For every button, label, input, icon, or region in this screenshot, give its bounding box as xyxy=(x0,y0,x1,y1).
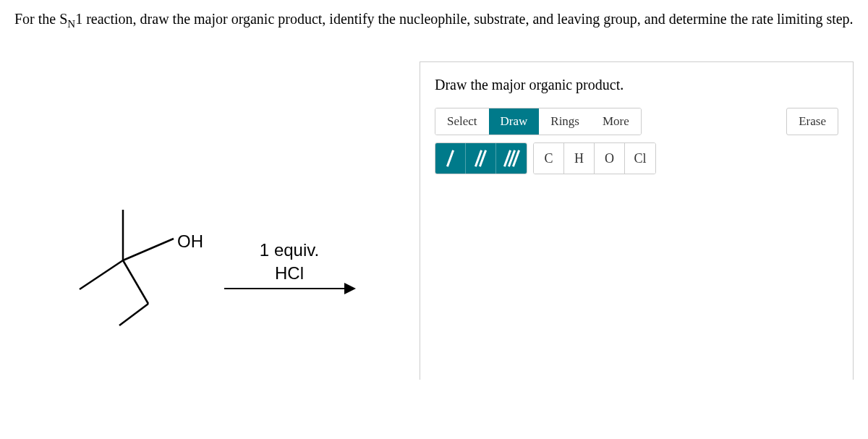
reaction-panel: OH 1 equiv. HCl xyxy=(14,61,391,380)
mode-group: Select Draw Rings More xyxy=(435,108,642,135)
erase-button[interactable]: Erase xyxy=(786,108,838,135)
more-button[interactable]: More xyxy=(591,108,641,135)
hydroxyl-label: OH xyxy=(177,231,203,252)
svg-line-2 xyxy=(80,260,123,289)
question-rest: 1 reaction, draw the major organic produ… xyxy=(75,11,853,27)
triple-bond-icon xyxy=(506,150,517,167)
panel-title: Draw the major organic product. xyxy=(435,77,838,93)
reagent-formula: HCl xyxy=(260,262,319,284)
reagent-text: 1 equiv. HCl xyxy=(260,239,319,284)
hydrogen-button[interactable]: H xyxy=(564,143,595,174)
rings-button[interactable]: Rings xyxy=(539,108,591,135)
question-subscript: N xyxy=(67,18,75,30)
double-bond-button[interactable] xyxy=(466,143,496,174)
triple-bond-button[interactable] xyxy=(496,143,527,174)
chlorine-button[interactable]: Cl xyxy=(625,143,655,174)
draw-button[interactable]: Draw xyxy=(489,108,540,135)
content-area: OH 1 equiv. HCl Draw the major organic p… xyxy=(14,61,854,380)
question-prefix: For the S xyxy=(14,11,67,27)
oxygen-button[interactable]: O xyxy=(595,143,625,174)
substrate-molecule: OH xyxy=(51,199,210,329)
drawing-panel: Draw the major organic product. Select D… xyxy=(420,61,854,380)
double-bond-icon xyxy=(477,150,484,167)
carbon-button[interactable]: C xyxy=(534,143,564,174)
svg-line-1 xyxy=(123,239,174,260)
reaction-arrow-group: 1 equiv. HCl xyxy=(224,239,354,289)
molecule-structure xyxy=(51,199,210,329)
atom-group: C H O Cl xyxy=(533,142,656,174)
main-toolbar: Select Draw Rings More Erase xyxy=(435,108,838,135)
reagent-equiv: 1 equiv. xyxy=(260,239,319,261)
single-bond-icon xyxy=(449,150,451,167)
reaction-arrow xyxy=(224,288,354,289)
secondary-toolbar: C H O Cl xyxy=(435,142,838,174)
bond-group xyxy=(435,142,527,174)
svg-line-3 xyxy=(123,260,148,304)
select-button[interactable]: Select xyxy=(435,108,489,135)
question-text: For the SN1 reaction, draw the major org… xyxy=(14,7,854,33)
reaction-scheme: OH 1 equiv. HCl xyxy=(51,199,354,329)
svg-line-4 xyxy=(119,304,148,325)
single-bond-button[interactable] xyxy=(435,143,466,174)
